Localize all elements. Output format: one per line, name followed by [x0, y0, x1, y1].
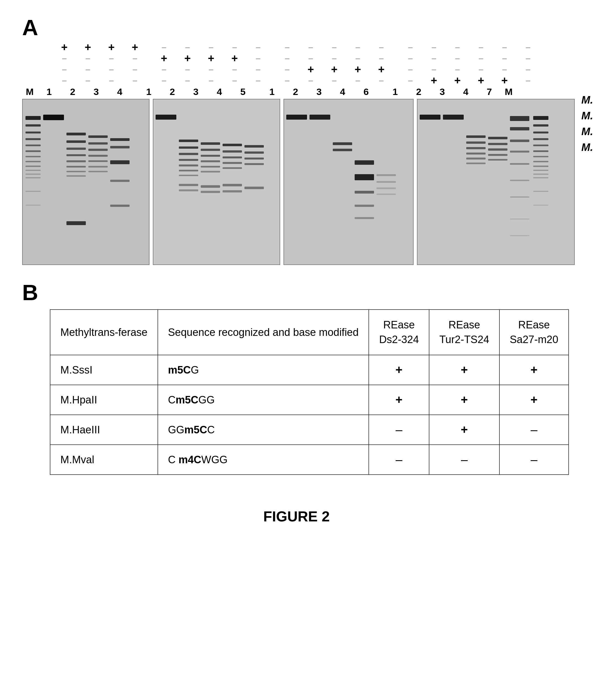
svg-rect-87: [466, 147, 485, 149]
gel-panel-2: [153, 99, 280, 265]
indicator-row-msssi: + + + + – – – – – – – – –: [37, 42, 575, 52]
cell-tur2-1: +: [429, 355, 500, 385]
svg-rect-55: [201, 191, 220, 193]
svg-rect-89: [466, 158, 485, 159]
cell-ds2-3: –: [369, 415, 429, 445]
svg-rect-84: [443, 115, 464, 120]
svg-rect-50: [201, 155, 220, 157]
svg-rect-73: [355, 160, 374, 165]
svg-rect-39: [179, 140, 198, 142]
cell-ds2-2: +: [369, 385, 429, 415]
svg-rect-57: [223, 150, 242, 153]
svg-rect-43: [179, 164, 198, 166]
svg-rect-94: [488, 154, 508, 156]
cell-enzyme-4: M.Mval: [50, 445, 158, 475]
svg-rect-103: [510, 219, 529, 220]
svg-rect-49: [201, 149, 220, 151]
svg-rect-114: [533, 170, 548, 171]
svg-rect-96: [510, 116, 529, 121]
svg-rect-22: [67, 171, 86, 172]
svg-rect-42: [179, 159, 198, 161]
svg-rect-70: [310, 115, 330, 120]
cell-sequence-2: Cm5CGG: [158, 385, 369, 415]
svg-rect-53: [201, 171, 220, 172]
cell-tur2-4: –: [429, 445, 500, 475]
results-table: Methyltrans-ferase Sequence recognized a…: [50, 309, 569, 475]
section-b-label: B: [22, 282, 571, 304]
table-header: Methyltrans-ferase Sequence recognized a…: [50, 310, 569, 355]
lane-numbers-row: M 1 2 3 4 1 2 3 4 5 1 2 3 4 6: [22, 86, 575, 97]
svg-rect-77: [355, 217, 374, 219]
enzyme-labels-right: M.SssI M.HpaII M.HaeIII M.Mval: [575, 42, 593, 153]
svg-rect-9: [26, 165, 41, 167]
svg-rect-93: [488, 148, 508, 151]
enzyme-label-msssi: M.SssI: [581, 94, 593, 106]
cell-ds2-4: –: [369, 445, 429, 475]
svg-rect-13: [26, 191, 41, 192]
svg-rect-90: [466, 162, 485, 164]
cell-enzyme-1: M.SssI: [50, 355, 158, 385]
svg-rect-75: [355, 191, 374, 194]
svg-rect-41: [179, 153, 198, 155]
svg-rect-65: [244, 158, 264, 159]
gel-svg-4: [417, 99, 575, 265]
svg-rect-99: [510, 151, 529, 153]
svg-rect-95: [488, 159, 508, 161]
indicator-row-mhpaii: – – – – + + + + – – – – – –: [37, 52, 575, 64]
svg-rect-5: [26, 145, 41, 146]
svg-rect-45: [179, 175, 198, 176]
svg-rect-32: [110, 138, 129, 141]
svg-rect-110: [533, 150, 548, 152]
svg-rect-28: [88, 155, 108, 157]
svg-rect-14: [26, 205, 41, 206]
cell-sa27-3: –: [500, 415, 568, 445]
table-row: M.SssI m5CG + + +: [50, 355, 569, 385]
svg-rect-46: [179, 184, 198, 186]
cell-sa27-2: +: [500, 385, 568, 415]
svg-rect-0: [23, 100, 150, 265]
svg-rect-37: [153, 100, 280, 265]
cell-sequence-3: GGm5CC: [158, 415, 369, 445]
svg-rect-98: [510, 140, 529, 142]
svg-rect-100: [510, 163, 529, 165]
svg-rect-117: [533, 191, 548, 192]
svg-rect-62: [223, 190, 242, 192]
svg-rect-86: [466, 142, 485, 144]
svg-rect-31: [88, 171, 108, 172]
svg-rect-38: [156, 115, 176, 120]
cell-sa27-1: +: [500, 355, 568, 385]
svg-rect-47: [179, 189, 198, 191]
gel-panels-row: [22, 99, 575, 265]
svg-rect-104: [510, 235, 529, 236]
svg-rect-78: [377, 174, 396, 176]
svg-rect-29: [88, 160, 108, 162]
svg-rect-27: [88, 149, 108, 151]
gel-panel-3: [283, 99, 413, 265]
svg-rect-109: [533, 145, 548, 146]
svg-rect-115: [533, 173, 548, 175]
svg-rect-48: [201, 142, 220, 145]
svg-rect-16: [67, 132, 86, 135]
svg-rect-113: [533, 165, 548, 167]
svg-rect-23: [67, 175, 86, 177]
svg-rect-76: [355, 205, 374, 207]
svg-rect-19: [67, 154, 86, 156]
svg-rect-24: [67, 221, 86, 225]
svg-rect-116: [533, 177, 548, 178]
svg-rect-66: [244, 163, 264, 165]
svg-rect-8: [26, 161, 41, 162]
svg-rect-91: [488, 137, 508, 139]
svg-rect-79: [377, 181, 396, 183]
svg-rect-88: [466, 153, 485, 155]
section-a-label: A: [22, 16, 571, 39]
svg-rect-6: [26, 150, 41, 152]
cell-sequence-4: C m4CWGG: [158, 445, 369, 475]
gel-content: + + + + – – – – – – – – –: [22, 42, 575, 265]
header-rease-ds2: REaseDs2-324: [369, 310, 429, 355]
svg-rect-44: [179, 170, 198, 171]
svg-rect-106: [533, 124, 548, 126]
gel-figure: + + + + – – – – – – – – –: [22, 42, 571, 265]
svg-rect-10: [26, 170, 41, 171]
header-row: Methyltrans-ferase Sequence recognized a…: [50, 310, 569, 355]
svg-rect-2: [26, 124, 41, 126]
